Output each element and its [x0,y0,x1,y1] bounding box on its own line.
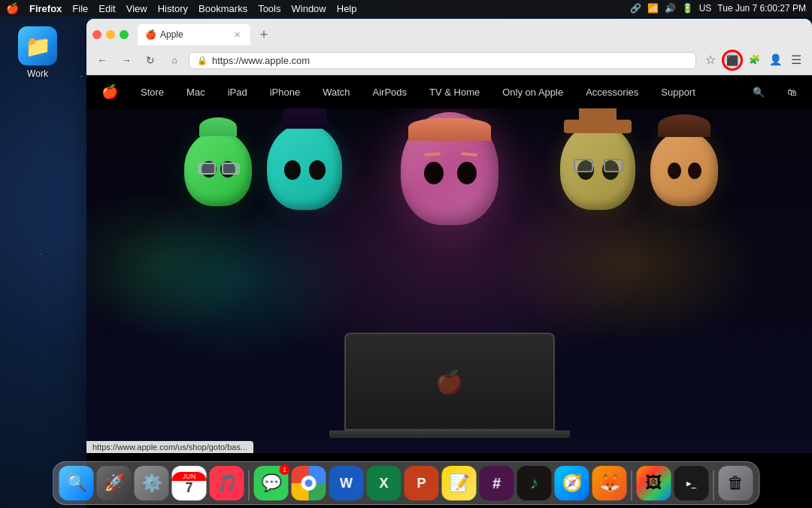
minimize-button[interactable] [106,30,115,39]
dock-excel[interactable]: X [367,466,401,500]
screenshot-button[interactable]: ⬛ [722,50,743,71]
dock-launchpad[interactable]: 🚀 [97,466,132,500]
menu-firefox[interactable]: Firefox [29,3,62,14]
webpage-content: 🍎 Store Mac iPad iPhone Watch AirPods TV… [86,75,812,508]
work-folder-icon: 📁 [18,26,57,65]
dock: 🔍 🚀 ⚙️ JUN 7 🎵 💬 1 W X P 📝 # [53,461,760,505]
apple-nav-tv[interactable]: TV & Home [429,87,480,98]
menu-file[interactable]: File [72,3,88,14]
desktop-work-folder[interactable]: 📁 Work [11,26,64,79]
memoji-orange [650,131,718,206]
lock-icon: 🔒 [197,56,208,65]
browser-window: 🍎 Apple ✕ + ← → ↻ ⌂ 🔒 https://www.apple.… [86,19,812,508]
extensions-button[interactable]: 🧩 [744,50,764,69]
apple-nav-ipad[interactable]: iPad [228,87,247,98]
dock-system-preferences[interactable]: ⚙️ [135,466,169,500]
menu-history[interactable]: History [158,3,188,14]
menu-view[interactable]: View [126,3,147,14]
dock-messages[interactable]: 💬 1 [254,466,289,500]
new-tab-button[interactable]: + [253,24,274,45]
dock-spotify[interactable]: ♪ [517,466,552,500]
menu-window[interactable]: Window [292,3,326,14]
address-bar: ← → ↻ ⌂ 🔒 https://www.apple.com ☆ ⬛ 🧩 👤 … [86,46,812,75]
menu-bar-right: 🔗 📶 🔊 🔋 US Tue Jun 7 6:00:27 PM [630,3,806,14]
memoji-center [401,112,498,225]
laptop-apple-logo: 🍎 [435,369,463,395]
menu-bar: 🍎 Firefox File Edit View History Bookmar… [0,0,812,17]
hero-section: 🍎 https://www.apple.com/us/shop/goto/bas… [86,108,812,453]
menu-bar-left: 🍎 Firefox File Edit View History Bookmar… [6,2,357,14]
dock-calendar[interactable]: JUN 7 [172,466,207,500]
apple-nav-search[interactable]: 🔍 [753,87,765,98]
toolbar-buttons: ☆ ⬛ 🧩 👤 ☰ [701,50,806,71]
apple-nav-store[interactable]: Store [141,87,164,98]
dock-word[interactable]: W [329,466,364,500]
dock-powerpoint[interactable]: P [404,466,439,500]
apple-nav-accessories[interactable]: Accessories [586,87,638,98]
close-button[interactable] [92,30,102,39]
menu-bookmarks[interactable]: Bookmarks [198,3,247,14]
menubar-bt-icon: 🔗 [630,3,641,14]
tab-close-button[interactable]: ✕ [231,29,243,41]
dock-trash[interactable]: 🗑 [719,466,753,500]
dock-photos[interactable]: 🖼 [637,466,671,500]
back-button[interactable]: ← [92,50,112,70]
dock-music[interactable]: 🎵 [210,466,244,500]
refresh-button[interactable]: ↻ [141,50,160,70]
window-controls [92,30,129,39]
url-text: https://www.apple.com [212,55,310,66]
memoji-blue [560,123,635,210]
memoji-green [184,131,252,206]
browser-tab[interactable]: 🍎 Apple ✕ [138,24,250,45]
tab-favicon: 🍎 [145,29,156,40]
memoji-teal [267,123,342,210]
laptop-device: 🍎 [329,333,570,438]
apple-navbar: 🍎 Store Mac iPad iPhone Watch AirPods TV… [86,75,812,108]
bookmark-button[interactable]: ☆ [701,50,720,69]
menu-edit[interactable]: Edit [98,3,115,14]
dock-notes[interactable]: 📝 [442,466,477,500]
menubar-us: US [699,3,712,14]
apple-nav-only[interactable]: Only on Apple [502,87,563,98]
dock-separator-1 [249,470,250,500]
dock-safari[interactable]: 🧭 [555,466,589,500]
menu-tools[interactable]: Tools [258,3,280,14]
menubar-wifi-icon: 📶 [647,3,659,14]
menu-help[interactable]: Help [337,3,357,14]
tab-title: Apple [160,29,226,40]
apple-nav-iphone[interactable]: iPhone [270,87,300,98]
apple-nav-support[interactable]: Support [661,87,695,98]
memoji-scene: 🍎 [86,108,812,453]
menubar-sound-icon: 🔊 [665,3,676,14]
apple-logo-nav[interactable]: 🍎 [102,84,118,100]
dock-terminal[interactable]: ▶_ [674,466,709,500]
home-button[interactable]: ⌂ [165,50,184,70]
work-folder-label: Work [27,68,48,79]
dock-finder[interactable]: 🔍 [59,466,94,500]
dock-separator-3 [714,470,714,500]
url-field[interactable]: 🔒 https://www.apple.com [189,52,696,69]
forward-button[interactable]: → [117,50,136,70]
menubar-time: Tue Jun 7 6:00:27 PM [717,3,806,14]
apple-nav-mac[interactable]: Mac [186,87,205,98]
apple-nav-airpods[interactable]: AirPods [373,87,408,98]
menu-button[interactable]: ☰ [786,50,806,69]
browser-chrome: 🍎 Apple ✕ + ← → ↻ ⌂ 🔒 https://www.apple.… [86,19,812,75]
apple-menu-icon[interactable]: 🍎 [6,2,19,14]
tab-bar: 🍎 Apple ✕ + [86,19,812,46]
desktop: 🍎 Firefox File Edit View History Bookmar… [0,0,812,508]
menubar-battery-icon: 🔋 [682,3,693,14]
apple-nav-bag[interactable]: 🛍 [787,87,797,98]
maximize-button[interactable] [120,30,129,39]
profile-button[interactable]: 👤 [765,50,785,69]
dock-firefox[interactable]: 🦊 [592,466,627,500]
apple-nav-watch[interactable]: Watch [323,87,350,98]
dock-chrome[interactable] [292,466,326,500]
dock-slack[interactable]: # [480,466,514,500]
url-hint: https://www.apple.com/us/shop/goto/bas..… [86,441,253,453]
dock-separator-2 [632,470,632,500]
